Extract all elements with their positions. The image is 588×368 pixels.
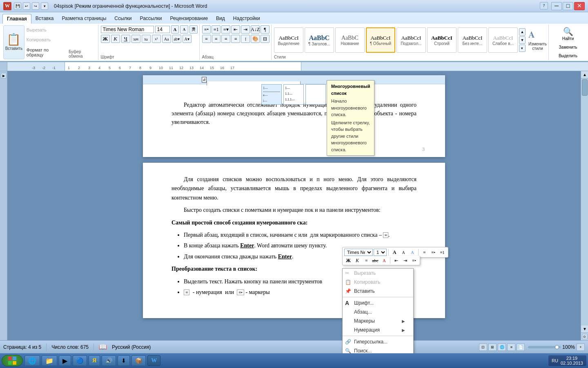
customize-btn[interactable]: ▾ xyxy=(41,2,48,10)
decrease-indent-button[interactable]: ⇤ xyxy=(231,25,240,34)
mini-list-btn[interactable]: ≡• xyxy=(410,257,418,264)
paste-button[interactable]: 📋 Вставить xyxy=(3,25,24,59)
mini-bullet-btn[interactable]: ≡• xyxy=(429,249,437,256)
mini-center-btn[interactable]: ≡ xyxy=(362,257,370,264)
maximize-btn[interactable]: □ xyxy=(563,2,573,10)
line-spacing-button[interactable]: ↕ xyxy=(241,35,250,43)
context-item-bullets[interactable]: Маркеры ▶ xyxy=(343,316,413,325)
numbering-button[interactable]: ≡1 xyxy=(212,25,220,34)
taskbar-explorer-btn[interactable]: 📁 xyxy=(42,355,57,366)
replace-button[interactable]: Заменить xyxy=(551,44,585,51)
taskbar-download-btn[interactable]: ⬇ xyxy=(118,355,130,366)
mini-font-select[interactable]: Times New xyxy=(344,249,373,256)
style-normal[interactable]: АаBbCcI ¶ Обычный xyxy=(366,27,395,53)
help-btn[interactable]: ? xyxy=(540,2,548,9)
context-item-font[interactable]: A Шрифт... xyxy=(343,298,413,307)
context-item-hyperlink[interactable]: 🔗 Гиперссылка... xyxy=(343,337,413,346)
sort-button[interactable]: A↓Z xyxy=(251,25,260,34)
mini-align-btn[interactable]: ≡ xyxy=(420,249,428,256)
highlight-button[interactable]: аb▾ xyxy=(172,35,181,43)
style-subtitle[interactable]: АаBbCcI Подзагол... xyxy=(396,27,426,53)
draft-view-btn[interactable]: 📄 xyxy=(517,343,525,351)
shading-button[interactable]: 🎨 xyxy=(251,35,260,43)
taskbar-pkg-btn[interactable]: 📦 xyxy=(131,355,146,366)
taskbar-app1-btn[interactable]: 🔵 xyxy=(73,355,87,366)
italic-button[interactable]: К xyxy=(111,35,120,43)
styles-scroll-down[interactable]: ▼ xyxy=(519,36,526,44)
context-item-para[interactable]: Абзац... xyxy=(343,307,413,316)
quick-save-btn[interactable]: 💾 xyxy=(14,2,21,10)
context-item-search[interactable]: 🔍 Поиск... xyxy=(343,346,413,353)
tab-insert[interactable]: Вставка xyxy=(31,14,58,24)
superscript-button[interactable]: х² xyxy=(152,35,161,43)
context-item-paste[interactable]: 📌 Вставить xyxy=(343,287,413,296)
mini-indent-decrease-btn[interactable]: ⇤ xyxy=(392,257,400,264)
font-color-button[interactable]: А▾ xyxy=(183,35,192,43)
tab-mailings[interactable]: Рассылки xyxy=(136,14,166,24)
lang-indicator[interactable]: RU xyxy=(552,358,558,363)
mini-highlight-btn[interactable]: A xyxy=(380,257,388,264)
show-formatting-button[interactable]: ¶ xyxy=(261,25,270,34)
change-case-button[interactable]: Аа xyxy=(162,35,171,43)
mini-numbering-btn[interactable]: ≡1 xyxy=(438,249,446,256)
left-strip-btn[interactable]: ▶ xyxy=(1,73,7,79)
scroll-up-button[interactable]: ▲ xyxy=(581,71,588,79)
outline-view-btn[interactable]: ≡ xyxy=(507,343,515,351)
minimize-btn[interactable]: ─ xyxy=(551,2,562,10)
bold-button[interactable]: Ж xyxy=(101,35,110,43)
select-button[interactable]: Выделить xyxy=(551,52,585,59)
mini-grow-btn[interactable]: A xyxy=(390,249,399,256)
quick-undo-btn[interactable]: ↩ xyxy=(23,2,30,10)
align-right-button[interactable]: ≡ xyxy=(221,35,230,43)
zoom-btn[interactable]: + xyxy=(577,343,585,351)
close-btn[interactable]: ✕ xyxy=(574,2,585,10)
styles-scroll-up[interactable]: ▲ xyxy=(519,28,526,36)
style-no-interval[interactable]: АаBbCcI Без инте... xyxy=(458,27,487,53)
tab-references[interactable]: Ссылки xyxy=(110,14,136,24)
font-grow-button[interactable]: A xyxy=(171,25,179,34)
tab-page-layout[interactable]: Разметка страницы xyxy=(58,14,110,24)
cut-button[interactable]: Вырезать xyxy=(26,27,67,33)
change-styles-button[interactable]: 𝐀 Изменить стили xyxy=(528,29,547,51)
scroll-down-button[interactable]: ▼ xyxy=(581,325,588,333)
find-button[interactable]: 🔍 Найти xyxy=(551,25,585,42)
mini-bold-btn[interactable]: Ж xyxy=(344,257,352,264)
copy-button[interactable]: Копировать xyxy=(26,37,67,43)
font-shrink-button[interactable]: A xyxy=(180,25,188,34)
print-view-btn[interactable]: ⊡ xyxy=(479,343,487,351)
style-title[interactable]: АаBbС Название xyxy=(335,27,365,53)
multilevel-list-button[interactable]: ≡▾ xyxy=(221,25,230,34)
taskbar-ie-btn[interactable]: 🌐 xyxy=(24,355,40,366)
mini-italic-btn[interactable]: К xyxy=(353,257,361,264)
taskbar-word-btn[interactable]: W xyxy=(147,355,160,366)
format-painter-button[interactable]: Формат по образцу xyxy=(26,47,67,58)
tab-view[interactable]: Вид xyxy=(212,14,229,24)
tab-review[interactable]: Рецензирование xyxy=(166,14,212,24)
start-button[interactable] xyxy=(2,355,23,366)
zoom-slider[interactable] xyxy=(528,346,561,348)
border-button[interactable]: ⊟ xyxy=(261,35,270,43)
increase-indent-button[interactable]: ⇥ xyxy=(241,25,250,34)
tab-home[interactable]: Главная xyxy=(2,14,31,24)
font-size-input[interactable] xyxy=(155,26,170,33)
mini-strikethrough-btn[interactable]: abc xyxy=(371,257,379,264)
align-left-button[interactable]: ≡ xyxy=(202,35,211,43)
mini-size-select[interactable]: 14 xyxy=(374,249,387,256)
justify-button[interactable]: ≡ xyxy=(231,35,240,43)
full-read-btn[interactable]: ⊞ xyxy=(488,343,497,351)
strikethrough-button[interactable]: зач xyxy=(131,35,140,43)
style-weak[interactable]: АаBbCcI Слабое в... xyxy=(488,27,518,53)
bullets-button[interactable]: ≡• xyxy=(202,25,211,34)
align-center-button[interactable]: ≡ xyxy=(212,35,221,43)
style-selection[interactable]: АаBbCcI Выделение xyxy=(274,27,303,53)
mini-indent-increase-btn[interactable]: ⇥ xyxy=(401,257,409,264)
font-name-input[interactable] xyxy=(101,26,154,33)
scroll-thumb[interactable] xyxy=(582,79,588,96)
subscript-button[interactable]: х₂ xyxy=(142,35,151,43)
taskbar-yandex-btn[interactable]: Я xyxy=(89,355,100,366)
quick-redo-btn[interactable]: ↪ xyxy=(32,2,39,10)
taskbar-audio-btn[interactable]: 🔊 xyxy=(102,355,116,366)
style-heading1[interactable]: АаBbС ¶ Заголов... xyxy=(305,27,334,53)
web-view-btn[interactable]: 🌐 xyxy=(498,343,506,351)
select-browse-object[interactable]: ⊙ xyxy=(582,334,588,339)
